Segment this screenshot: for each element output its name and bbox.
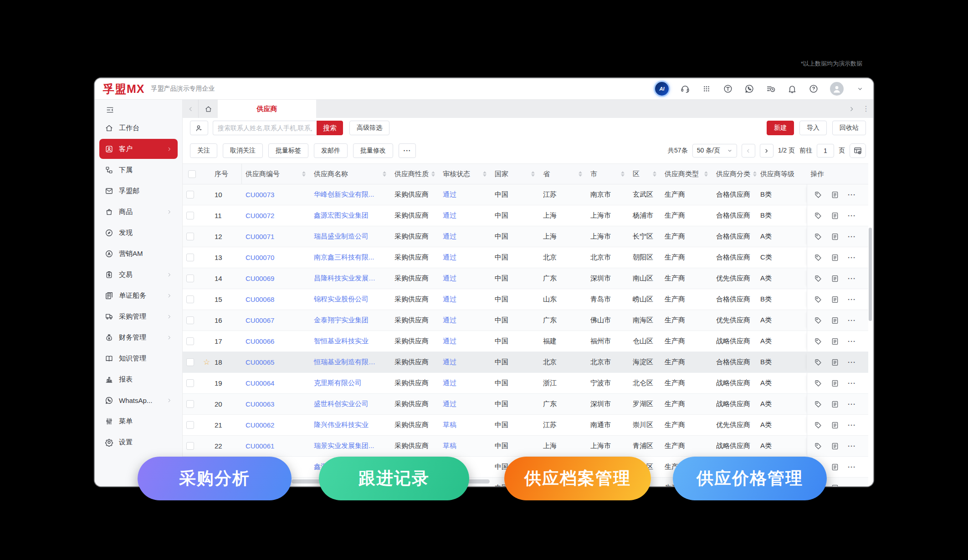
tag-icon[interactable] [814, 337, 822, 346]
row-more-button[interactable]: ··· [848, 358, 856, 366]
tag-icon[interactable] [814, 379, 822, 387]
action-button-2[interactable]: 批量标签 [268, 143, 308, 158]
supplier-name-link[interactable]: 瑞昌盛业制造公司 [314, 232, 369, 241]
row-more-button[interactable]: ··· [848, 212, 856, 219]
col-header-code[interactable]: 供应商编号 [242, 164, 310, 184]
row-checkbox[interactable] [186, 191, 194, 199]
action-button-4[interactable]: 批量修改 [353, 143, 393, 158]
col-header-nature[interactable]: 供应商性质 [391, 164, 439, 184]
table-row[interactable]: 22CU00061瑞景实业发展集团...采购供应商草稿中国上海上海市青浦区生产商… [183, 436, 868, 457]
search-button[interactable]: 搜索 [317, 121, 343, 135]
supplier-code-link[interactable]: CU00064 [246, 379, 274, 387]
tag-icon[interactable] [814, 254, 822, 262]
sidebar-item-finance[interactable]: 财务管理 [99, 327, 178, 347]
supplier-code-link[interactable]: CU00071 [246, 233, 274, 240]
sidebar-item-subordinates[interactable]: 下属 [99, 160, 178, 180]
page-size-select[interactable]: 50 条/页 [692, 144, 737, 158]
doc-list-icon[interactable] [831, 191, 839, 199]
sidebar-item-discover[interactable]: 发现 [99, 223, 178, 243]
action-button-1[interactable]: 取消关注 [223, 143, 263, 158]
col-header-country[interactable]: 国家 [491, 164, 539, 184]
table-row[interactable]: 15CU00068锦程实业股份公司采购供应商通过中国山东青岛市崂山区生产商合格供… [183, 289, 868, 310]
status-cell[interactable]: 通过 [443, 358, 456, 367]
row-more-button[interactable]: ··· [848, 233, 856, 240]
row-more-button[interactable]: ··· [848, 421, 856, 429]
tag-icon[interactable] [814, 421, 822, 429]
doc-list-icon[interactable] [831, 254, 839, 262]
table-row[interactable]: 17CU00066智恒基业科技实业采购供应商通过中国福建福州市仓山区生产商战略供… [183, 331, 868, 352]
tag-icon[interactable] [814, 275, 822, 283]
table-row[interactable]: 14CU00069昌隆科技实业发展…采购供应商通过中国广东深圳市南山区生产商优先… [183, 268, 868, 289]
supplier-code-link[interactable]: CU00062 [246, 421, 274, 429]
headset-icon[interactable] [680, 84, 690, 94]
status-cell[interactable]: 通过 [443, 337, 456, 346]
row-checkbox[interactable] [186, 212, 194, 219]
table-row[interactable]: 10CU00073华峰创新实业有限...采购供应商通过中国江苏南京市玄武区生产商… [183, 184, 868, 205]
row-checkbox[interactable] [186, 295, 194, 303]
row-more-button[interactable]: ··· [848, 316, 856, 324]
sidebar-item-products[interactable]: 商品 [99, 202, 178, 222]
status-cell[interactable]: 通过 [443, 379, 456, 387]
avatar[interactable] [830, 82, 844, 96]
whatsapp-icon[interactable] [744, 84, 754, 94]
select-all-checkbox[interactable] [188, 170, 196, 178]
table-row[interactable]: 20CU00063盛世科创实业公司采购供应商通过中国广东深圳市罗湖区生产商战略供… [183, 394, 868, 415]
contact-search-icon[interactable] [190, 121, 208, 135]
goto-page-input[interactable] [817, 144, 834, 158]
doc-list-icon[interactable] [831, 379, 839, 387]
sidebar-item-fumeng-mail[interactable]: 孚盟邮 [99, 181, 178, 201]
row-checkbox[interactable] [186, 233, 194, 240]
row-checkbox[interactable] [186, 400, 194, 408]
supplier-code-link[interactable]: CU00070 [246, 254, 274, 261]
table-row[interactable]: 16CU00067金泰翔宇实业集团采购供应商通过中国广东佛山市南海区生产商优先供… [183, 310, 868, 331]
ai-assistant-icon[interactable]: AI [655, 82, 669, 96]
tag-icon[interactable] [814, 400, 822, 408]
table-row[interactable]: 19CU00064克里斯有限公司采购供应商通过中国浙江宁波市北仑区生产商战略供应… [183, 373, 868, 394]
vertical-scrollbar[interactable] [869, 228, 872, 321]
sidebar-item-trade[interactable]: 交易 [99, 265, 178, 285]
supplier-name-link[interactable]: 瑞景实业发展集团... [314, 442, 374, 450]
col-header-district[interactable]: 区 [629, 164, 661, 184]
tag-icon[interactable] [814, 295, 822, 304]
status-cell[interactable]: 通过 [443, 253, 456, 262]
supplier-name-link[interactable]: 盛世科创实业公司 [314, 400, 369, 408]
action-button-3[interactable]: 发邮件 [314, 143, 348, 158]
collapse-sidebar-icon[interactable] [106, 106, 114, 114]
row-more-button[interactable]: ··· [848, 191, 856, 199]
doc-list-icon[interactable] [831, 295, 839, 304]
bell-icon[interactable] [787, 84, 797, 94]
supplier-name-link[interactable]: 鑫源宏图实业集团 [314, 211, 369, 220]
row-more-button[interactable]: ··· [848, 484, 856, 486]
doc-list-icon[interactable] [831, 337, 839, 346]
status-cell[interactable]: 通过 [443, 190, 456, 199]
supplier-code-link[interactable]: CU00067 [246, 316, 274, 324]
status-cell[interactable]: 通过 [443, 232, 456, 241]
table-row[interactable]: 11CU00072鑫源宏图实业集团采购供应商通过中国上海上海市杨浦市生产商合格供… [183, 205, 868, 226]
tab-more-icon[interactable]: ⋮ [859, 100, 873, 118]
supplier-name-link[interactable]: 昌隆科技实业发展… [314, 274, 375, 283]
status-cell[interactable]: 通过 [443, 274, 456, 283]
sidebar-item-marketing-am[interactable]: 营销AM [99, 244, 178, 264]
supplier-name-link[interactable]: 克里斯有限公司 [314, 379, 362, 387]
row-more-button[interactable]: ··· [848, 379, 856, 387]
status-cell[interactable]: 通过 [443, 400, 456, 408]
action-button-0[interactable]: 关注 [190, 143, 217, 158]
supplier-code-link[interactable]: CU00063 [246, 400, 274, 408]
row-checkbox[interactable] [186, 421, 194, 429]
sidebar-item-knowledge[interactable]: 知识管理 [99, 348, 178, 368]
row-checkbox[interactable] [186, 379, 194, 387]
status-cell[interactable]: 通过 [443, 316, 456, 325]
supplier-name-link[interactable]: 隆兴伟业科技实业 [314, 421, 369, 429]
row-checkbox[interactable] [186, 254, 194, 261]
import-button[interactable]: 导入 [799, 121, 827, 135]
star-icon[interactable]: ☆ [203, 357, 210, 367]
sidebar-item-menu[interactable]: 菜单 [99, 411, 178, 431]
home-tab-icon[interactable] [199, 100, 218, 118]
supplier-name-link[interactable]: 南京鑫三科技有限... [314, 253, 374, 262]
supplier-code-link[interactable]: CU00065 [246, 358, 274, 366]
doc-list-icon[interactable] [831, 421, 839, 429]
doc-list-icon[interactable] [831, 316, 839, 325]
supplier-code-link[interactable]: CU00073 [246, 191, 274, 199]
tab-back-icon[interactable] [183, 100, 199, 118]
recycle-bin-button[interactable]: 回收站 [832, 121, 866, 135]
